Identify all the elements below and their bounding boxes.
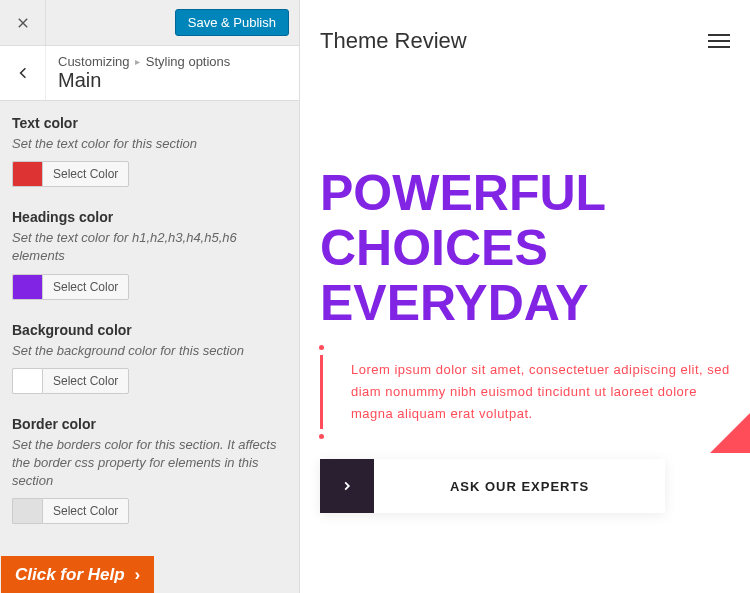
menu-button[interactable]: [708, 34, 730, 48]
cta-label: ASK OUR EXPERTS: [374, 459, 665, 513]
select-color-button[interactable]: Select Color: [42, 498, 129, 524]
control-title: Border color: [12, 416, 287, 432]
control-title: Background color: [12, 322, 287, 338]
color-swatch[interactable]: [12, 498, 42, 524]
breadcrumb-parent: Styling options: [146, 54, 231, 69]
control-description: Set the text color for this section: [12, 135, 287, 153]
color-swatch[interactable]: [12, 161, 42, 187]
control-description: Set the background color for this sectio…: [12, 342, 287, 360]
breadcrumb: Customizing ▸ Styling options Main: [0, 46, 299, 101]
chevron-right-icon: ›: [135, 565, 141, 585]
save-publish-button[interactable]: Save & Publish: [175, 9, 289, 36]
control-description: Set the borders color for this section. …: [12, 436, 287, 491]
cta-arrow: [320, 459, 374, 513]
hero-quote-text: Lorem ipsum dolor sit amet, consectetuer…: [351, 359, 730, 425]
close-button[interactable]: [0, 0, 46, 46]
preview-pane: Theme Review POWERFUL CHOICES EVERYDAY L…: [300, 0, 750, 593]
hero-title: POWERFUL CHOICES EVERYDAY: [320, 166, 730, 331]
help-button[interactable]: Click for Help ›: [1, 556, 154, 593]
hero-quote: Lorem ipsum dolor sit amet, consectetuer…: [320, 355, 730, 429]
breadcrumb-current: Main: [58, 69, 287, 92]
hero-section: POWERFUL CHOICES EVERYDAY Lorem ipsum do…: [300, 66, 750, 533]
control-title: Headings color: [12, 209, 287, 225]
control-headings-color: Headings color Set the text color for h1…: [12, 209, 287, 299]
preview-header: Theme Review: [300, 0, 750, 66]
chevron-left-icon: [15, 65, 31, 81]
breadcrumb-path: Customizing ▸ Styling options: [58, 54, 287, 69]
breadcrumb-root: Customizing: [58, 54, 130, 69]
control-text-color: Text color Set the text color for this s…: [12, 115, 287, 187]
chevron-right-icon: [341, 480, 353, 492]
control-title: Text color: [12, 115, 287, 131]
controls-scroll-area[interactable]: Text color Set the text color for this s…: [0, 101, 299, 593]
breadcrumb-sep-icon: ▸: [133, 56, 142, 67]
hamburger-icon: [708, 46, 730, 48]
accent-triangle-icon: [710, 413, 750, 453]
select-color-button[interactable]: Select Color: [42, 161, 129, 187]
accent-dot-icon: [319, 345, 324, 350]
help-label: Click for Help: [15, 565, 125, 585]
site-title[interactable]: Theme Review: [320, 28, 467, 54]
control-background-color: Background color Set the background colo…: [12, 322, 287, 394]
control-description: Set the text color for h1,h2,h3,h4,h5,h6…: [12, 229, 287, 265]
hamburger-icon: [708, 40, 730, 42]
control-border-color: Border color Set the borders color for t…: [12, 416, 287, 525]
close-icon: [16, 16, 30, 30]
customizer-sidebar: Save & Publish Customizing ▸ Styling opt…: [0, 0, 300, 593]
color-swatch[interactable]: [12, 274, 42, 300]
hamburger-icon: [708, 34, 730, 36]
accent-dot-icon: [319, 434, 324, 439]
color-swatch[interactable]: [12, 368, 42, 394]
select-color-button[interactable]: Select Color: [42, 368, 129, 394]
select-color-button[interactable]: Select Color: [42, 274, 129, 300]
customizer-topbar: Save & Publish: [0, 0, 299, 46]
cta-button[interactable]: ASK OUR EXPERTS: [320, 459, 665, 513]
back-button[interactable]: [0, 46, 46, 100]
